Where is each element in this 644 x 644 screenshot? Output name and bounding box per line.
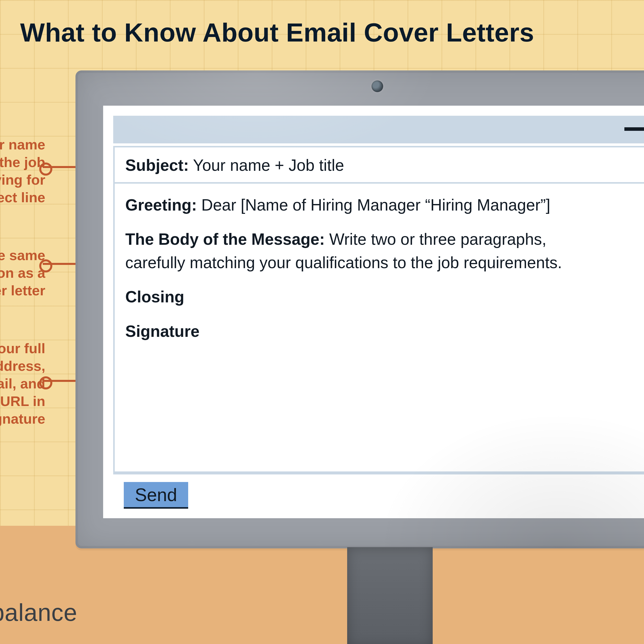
subject-label: Subject: [125,156,189,174]
tip-item: Include your full name, address, phone, … [0,340,45,428]
body-value-1: Write two or three paragraphs, [329,230,546,248]
email-send-bar: Send [113,473,644,511]
tip-item: Include the same information as a paper … [0,247,45,299]
tip-item: Include your name and title of the job y… [0,136,45,206]
brand-wordmark: the balance [0,599,77,626]
body-label: The Body of the Message: [125,230,325,248]
page-title: What to Know About Email Cover Letters [20,18,534,48]
greeting-label: Greeting: [125,196,197,214]
body-line-2: carefully matching your qualifications t… [125,252,644,273]
body-line: The Body of the Message: Write two or th… [125,228,644,250]
signature-label: Signature [125,322,199,340]
greeting-line: Greeting: Dear [Name of Hiring Manager “… [125,194,644,216]
monitor-frame: A Subject: Your name + Job title Greetin… [75,70,644,548]
greeting-value: Dear [Name of Hiring Manager “Hiring Man… [201,196,550,214]
closing-label: Closing [125,288,184,306]
email-body-area[interactable]: Greeting: Dear [Name of Hiring Manager “… [113,182,644,473]
minimize-icon[interactable] [624,127,644,131]
body-value-2: carefully matching your qualifications t… [125,254,562,272]
tips-list: Include your name and title of the job y… [0,136,45,468]
monitor-stand [347,547,433,644]
subject-value: Your name + Job title [193,156,344,174]
screen: A Subject: Your name + Job title Greetin… [103,106,644,518]
email-subject-row[interactable]: Subject: Your name + Job title [113,146,644,184]
camera-icon [372,81,383,92]
send-button[interactable]: Send [124,482,188,509]
email-window-toolbar: A [113,116,644,143]
